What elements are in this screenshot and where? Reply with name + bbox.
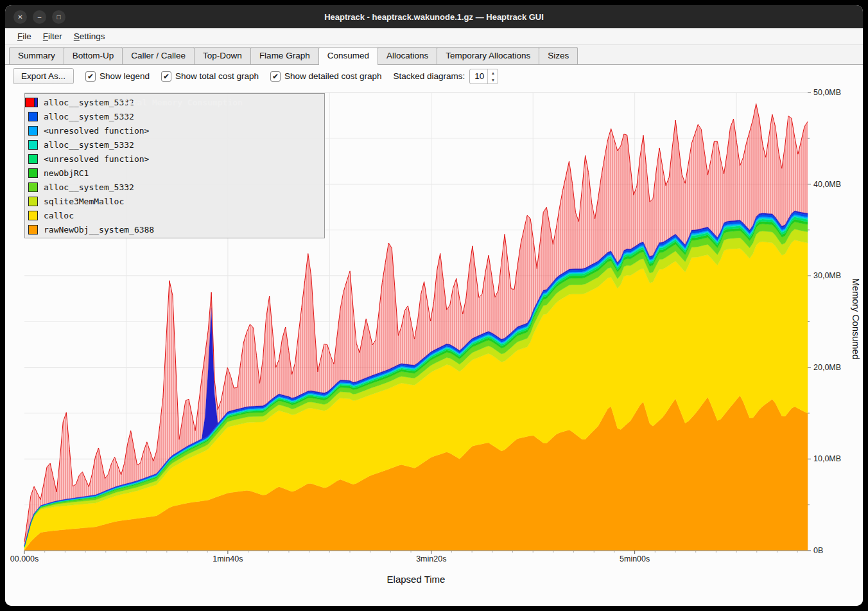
legend-item: <unresolved function>: [28, 152, 321, 166]
legend-item: <unresolved function>: [28, 123, 321, 137]
stacked-diagrams-value[interactable]: 10: [470, 69, 487, 84]
legend-swatch: [28, 112, 38, 121]
stacked-diagrams-group: Stacked diagrams: 10 ▲ ▼: [394, 69, 499, 84]
legend-label: alloc__system_5332: [44, 140, 134, 150]
spin-up-icon[interactable]: ▲: [488, 69, 498, 76]
legend-swatch: [28, 140, 38, 150]
y-axis-title: Memory Consumed: [851, 278, 861, 360]
legend-swatch: [28, 154, 38, 164]
legend-label: <unresolved function>: [44, 126, 149, 136]
legend-item: calloc: [28, 208, 321, 222]
legend-swatch: [28, 211, 38, 220]
legend-item: sqlite3MemMalloc: [28, 194, 321, 208]
menu-filter[interactable]: Filter: [37, 30, 68, 43]
tab-temporary-allocations[interactable]: Temporary Allocations: [437, 47, 539, 64]
legend-item: rawNewObj__system_6388: [28, 222, 321, 236]
legend-label: rawNewObj__system_6388: [44, 225, 154, 235]
tab-caller-callee[interactable]: Caller / Callee: [122, 47, 195, 64]
tab-sizes[interactable]: Sizes: [539, 47, 578, 64]
toolbar: Export As... ✔Show legend✔Show total cos…: [5, 65, 863, 87]
checkbox-label: Show legend: [100, 71, 150, 81]
y-tick-label: 10,0MB: [813, 454, 841, 463]
legend-label: alloc__system_5332: [44, 182, 134, 192]
maximize-button[interactable]: □: [52, 10, 65, 24]
checkbox-box[interactable]: ✔: [270, 71, 281, 82]
checkbox-show-total-cost-graph[interactable]: ✔Show total cost graph: [161, 71, 259, 82]
y-tick-label: 20,0MB: [813, 363, 841, 372]
y-tick-label: 40,0MB: [813, 180, 841, 189]
menu-bar: FileFilterSettings: [5, 28, 863, 45]
legend-swatch: [28, 197, 38, 206]
x-tick-label: 3min20s: [416, 554, 446, 563]
legend-label: alloc__system_5332: [44, 98, 134, 107]
checkbox-box[interactable]: ✔: [161, 71, 171, 82]
stacked-diagrams-label: Stacked diagrams:: [394, 71, 465, 81]
export-as-button[interactable]: Export As...: [13, 68, 74, 84]
checkbox-label: Show total cost graph: [175, 71, 259, 81]
chart-area: 00.000s1min40s3min20s5min00s0B10,0MB20,0…: [5, 87, 863, 606]
tab-bar: SummaryBottom-UpCaller / CalleeTop-DownF…: [5, 45, 863, 65]
x-tick-label: 1min40s: [213, 554, 243, 563]
legend-swatch: [28, 168, 38, 178]
checkbox-show-legend[interactable]: ✔Show legend: [85, 71, 150, 82]
legend-label: <unresolved function>: [44, 154, 149, 164]
legend-item: alloc__system_5332: [28, 180, 321, 194]
minimize-button[interactable]: –: [33, 10, 46, 24]
checkbox-group: ✔Show legend✔Show total cost graph✔Show …: [85, 71, 382, 82]
legend-item: alloc__system_5332: [28, 109, 321, 123]
checkbox-show-detailed-cost-graph[interactable]: ✔Show detailed cost graph: [270, 71, 382, 82]
window-title: Heaptrack - heaptrack.wakunode.1.gz — He…: [5, 12, 863, 22]
checkbox-box[interactable]: ✔: [85, 71, 96, 82]
y-tick-label: 30,0MB: [813, 271, 841, 280]
chart-legend: Total Memory Consumptionalloc__system_53…: [24, 93, 325, 238]
tab-allocations[interactable]: Allocations: [378, 47, 437, 64]
stacked-diagrams-spinner[interactable]: 10 ▲ ▼: [469, 69, 498, 84]
legend-swatch: [28, 98, 38, 107]
title-bar: ✕ – □ Heaptrack - heaptrack.wakunode.1.g…: [5, 5, 863, 28]
x-tick-label: 5min00s: [620, 554, 650, 563]
tab-bottom-up[interactable]: Bottom-Up: [64, 47, 123, 64]
tab-consumed[interactable]: Consumed: [318, 47, 378, 65]
x-axis-title: Elapsed Time: [24, 574, 808, 585]
legend-swatch: [28, 225, 38, 235]
window-controls: ✕ – □: [13, 10, 65, 24]
spinner-arrows: ▲ ▼: [487, 69, 498, 84]
tab-summary[interactable]: Summary: [9, 47, 64, 64]
x-tick-label: 00.000s: [10, 554, 39, 563]
checkbox-label: Show detailed cost graph: [284, 71, 382, 81]
spin-down-icon[interactable]: ▼: [488, 76, 498, 84]
y-tick-label: 50,0MB: [813, 88, 841, 97]
legend-label: newObjRC1: [44, 168, 89, 178]
close-button[interactable]: ✕: [13, 10, 27, 24]
tab-top-down[interactable]: Top-Down: [194, 47, 251, 64]
menu-file[interactable]: File: [12, 30, 37, 43]
legend-item: alloc__system_5332: [28, 137, 321, 152]
tab-flame-graph[interactable]: Flame Graph: [250, 47, 319, 64]
app-window: ✕ – □ Heaptrack - heaptrack.wakunode.1.g…: [5, 5, 863, 606]
legend-swatch: [28, 182, 38, 192]
menu-settings[interactable]: Settings: [68, 30, 111, 43]
legend-label: calloc: [44, 211, 74, 220]
legend-label: sqlite3MemMalloc: [44, 197, 124, 206]
legend-label: alloc__system_5332: [44, 112, 134, 121]
legend-item: newObjRC1: [28, 166, 321, 180]
y-tick-label: 0B: [813, 546, 823, 555]
legend-item: alloc__system_5332: [28, 95, 321, 109]
legend-swatch: [28, 126, 38, 136]
